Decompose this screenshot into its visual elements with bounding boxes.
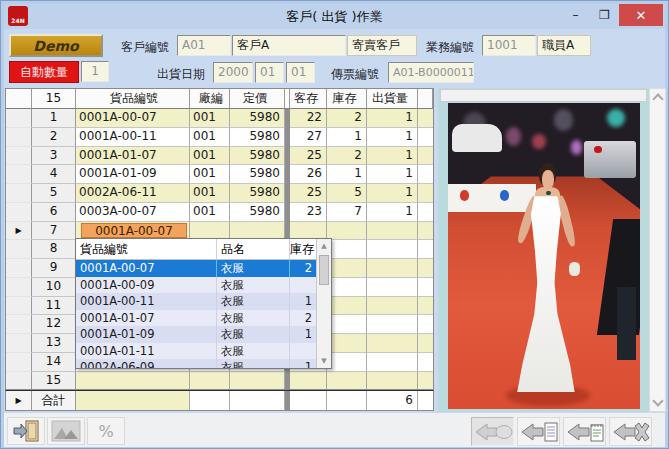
factory-cell[interactable]: 001 — [190, 109, 230, 128]
stock-cell[interactable] — [327, 353, 367, 372]
price-cell[interactable]: 5980 — [230, 203, 285, 222]
close-button[interactable]: ✕ — [619, 4, 663, 26]
maximize-button[interactable]: ❐ — [590, 4, 619, 26]
product-code-cell[interactable]: 0002A-06-11 — [76, 184, 190, 203]
dropdown-product-code[interactable]: 0001A-01-11 — [76, 343, 217, 360]
grid-header-ship-qty[interactable]: 出貨量 — [367, 89, 418, 109]
dropdown-scroll-up-icon[interactable]: ▲ — [317, 239, 331, 253]
dropdown-stock[interactable]: 1 — [290, 359, 317, 369]
ship-qty-cell[interactable] — [367, 222, 418, 241]
ship-qty-cell[interactable] — [367, 315, 418, 334]
stock-cell[interactable] — [327, 372, 367, 391]
ship-qty-cell[interactable] — [367, 334, 418, 353]
customer-stock-cell[interactable]: 23 — [290, 203, 327, 222]
sales-no-field[interactable]: 1001 — [482, 35, 536, 56]
dropdown-product-name[interactable]: 衣服 — [217, 277, 290, 294]
ship-qty-cell[interactable] — [367, 353, 418, 372]
photo-panel-scrollbar[interactable] — [649, 88, 666, 412]
ship-qty-cell[interactable] — [367, 240, 418, 259]
dropdown-product-code[interactable]: 0001A-01-09 — [76, 326, 217, 343]
ship-qty-cell[interactable] — [367, 259, 418, 278]
dropdown-product-code[interactable]: 0001A-00-11 — [76, 293, 217, 310]
exit-button[interactable] — [7, 417, 45, 445]
dropdown-row[interactable]: 0001A-01-09衣服1 — [76, 326, 331, 343]
dropdown-row[interactable]: 0001A-01-07衣服2 — [76, 310, 331, 327]
scroll-down-icon[interactable] — [652, 395, 663, 406]
transfer-cancel-button[interactable] — [609, 417, 652, 446]
ship-qty-cell[interactable] — [367, 297, 418, 316]
grid-header-product-code[interactable]: 貨品編號 — [76, 89, 190, 109]
stock-cell[interactable] — [327, 259, 367, 278]
dropdown-row[interactable]: 0001A-00-09衣服 — [76, 277, 331, 294]
ship-qty-cell[interactable] — [367, 278, 418, 297]
dropdown-product-code[interactable]: 0001A-00-07 — [76, 260, 217, 277]
product-code-cell[interactable]: 0001A-01-09 — [76, 165, 190, 184]
ship-qty-cell[interactable]: 1 — [367, 203, 418, 222]
dropdown-product-name[interactable]: 衣服 — [217, 293, 290, 310]
dropdown-product-name[interactable]: 衣服 — [217, 326, 290, 343]
ship-day-field[interactable]: 01 — [286, 62, 315, 83]
stock-cell[interactable] — [327, 222, 367, 241]
factory-cell[interactable] — [190, 372, 230, 391]
transfer-form-button[interactable] — [517, 417, 560, 446]
dropdown-product-name[interactable]: 衣服 — [217, 359, 290, 369]
transfer-notepad-button[interactable] — [563, 417, 606, 446]
dropdown-stock[interactable]: 2 — [290, 310, 317, 327]
dropdown-stock[interactable]: 2 — [290, 260, 317, 277]
dropdown-stock[interactable] — [290, 277, 317, 294]
stock-cell[interactable]: 2 — [327, 147, 367, 166]
product-code-cell[interactable] — [76, 372, 190, 391]
grid-header-factory[interactable]: 廠編 — [190, 89, 230, 109]
dropdown-product-code[interactable]: 0001A-00-09 — [76, 277, 217, 294]
dropdown-row[interactable]: 0002A-06-09衣服1 — [76, 359, 331, 369]
customer-stock-cell[interactable]: 25 — [290, 184, 327, 203]
ship-qty-cell[interactable]: 1 — [367, 147, 418, 166]
stock-cell[interactable] — [327, 240, 367, 259]
dropdown-scrollbar[interactable]: ▲ ▼ — [316, 239, 331, 368]
dropdown-product-code[interactable]: 0002A-06-09 — [76, 359, 217, 369]
stock-cell[interactable]: 1 — [327, 165, 367, 184]
customer-stock-cell[interactable]: 27 — [290, 128, 327, 147]
percent-button[interactable]: % — [87, 417, 125, 445]
ship-qty-cell[interactable]: 1 — [367, 165, 418, 184]
ship-qty-cell[interactable]: 1 — [367, 128, 418, 147]
factory-cell[interactable]: 001 — [190, 165, 230, 184]
factory-cell[interactable]: 001 — [190, 147, 230, 166]
dropdown-scroll-down-icon[interactable]: ▼ — [317, 354, 331, 368]
dropdown-row[interactable]: 0001A-01-11衣服 — [76, 343, 331, 360]
stock-cell[interactable]: 5 — [327, 184, 367, 203]
dropdown-row[interactable]: 0001A-00-07衣服2 — [76, 260, 331, 277]
customer-stock-cell[interactable]: 22 — [290, 109, 327, 128]
scroll-up-icon[interactable] — [652, 93, 663, 104]
stock-cell[interactable] — [327, 315, 367, 334]
customer-stock-cell[interactable]: 26 — [290, 165, 327, 184]
transfer-back-button[interactable] — [471, 417, 514, 446]
auto-quantity-button[interactable]: 自動數量 — [9, 61, 79, 83]
product-code-cell[interactable]: 0001A-00-07 — [76, 109, 190, 128]
price-cell[interactable]: 5980 — [230, 147, 285, 166]
stock-cell[interactable]: 7 — [327, 203, 367, 222]
price-cell[interactable]: 5980 — [230, 184, 285, 203]
stock-cell[interactable]: 2 — [327, 109, 367, 128]
factory-cell[interactable]: 001 — [190, 203, 230, 222]
auto-quantity-value-field[interactable]: 1 — [81, 61, 109, 82]
dropdown-scroll-thumb[interactable] — [319, 255, 329, 285]
factory-cell[interactable]: 001 — [190, 128, 230, 147]
stock-cell[interactable] — [327, 278, 367, 297]
dropdown-stock[interactable]: 1 — [290, 326, 317, 343]
dropdown-product-name[interactable]: 衣服 — [217, 343, 290, 360]
product-code-editor[interactable]: 0001A-00-07 — [81, 223, 187, 238]
stock-cell[interactable] — [327, 297, 367, 316]
picture-button[interactable] — [47, 417, 85, 445]
dropdown-stock[interactable]: 1 — [290, 293, 317, 310]
price-cell[interactable]: 5980 — [230, 128, 285, 147]
product-code-cell[interactable]: 0001A-00-11 — [76, 128, 190, 147]
grid-header-price[interactable]: 定價 — [230, 89, 285, 109]
price-cell[interactable] — [230, 372, 285, 391]
ship-year-field[interactable]: 2000 — [213, 62, 253, 83]
stock-cell[interactable]: 1 — [327, 128, 367, 147]
dropdown-row[interactable]: 0001A-00-11衣服1 — [76, 293, 331, 310]
voucher-no-field[interactable]: A01-B0000011 — [388, 62, 474, 83]
grid-header-customer-stock[interactable]: 客存 — [290, 89, 327, 109]
stock-cell[interactable] — [327, 334, 367, 353]
